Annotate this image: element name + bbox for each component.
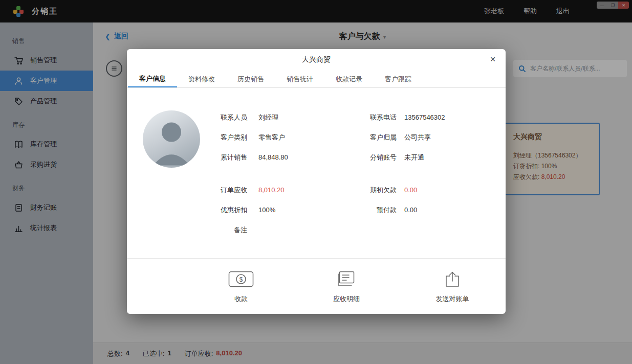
modal-header: 大兴商贸 ✕ [127, 49, 506, 71]
collect-payment-icon: $ [228, 271, 254, 287]
modal-body: 联系人员 刘经理 客户类别 零售客户 累计销售 84,848.80 订单应收 8… [127, 88, 506, 258]
action-label: 应收明细 [333, 294, 360, 304]
customer-detail-modal: 大兴商贸 ✕ 客户信息 资料修改 历史销售 销售统计 收款记录 客户跟踪 联系人… [127, 49, 506, 314]
modal-tabs: 客户信息 资料修改 历史销售 销售统计 收款记录 客户跟踪 [127, 71, 506, 88]
svg-text:$: $ [239, 276, 243, 283]
receivable-details-button[interactable]: 应收明细 [311, 271, 382, 304]
field-customer-ownership: 客户归属 公司共享 [351, 127, 445, 147]
tab-customer-follow-up[interactable]: 客户跟踪 [374, 71, 423, 87]
field-distribution-account: 分销账号 未开通 [351, 147, 445, 167]
modal-title: 大兴商贸 [302, 55, 331, 64]
receivable-details-icon [337, 271, 356, 287]
field-order-receivable: 订单应收 8,010.20 [201, 180, 288, 200]
field-remarks: 备注 [201, 220, 288, 240]
field-contact-person: 联系人员 刘经理 [201, 107, 288, 127]
customer-avatar [143, 110, 200, 168]
modal-close-icon[interactable]: ✕ [488, 54, 498, 64]
field-prepayment: 预付款 0.00 [351, 200, 445, 220]
send-statement-button[interactable]: 发送对账单 [417, 271, 488, 304]
tab-customer-info[interactable]: 客户信息 [128, 71, 177, 87]
action-label: 收款 [234, 294, 248, 304]
modal-footer: $ 收款 应收明细 发送对账单 [127, 258, 506, 314]
fields-right-column: 联系电话 13567546302 客户归属 公司共享 分销账号 未开通 期初欠款… [351, 107, 445, 220]
collect-payment-button[interactable]: $ 收款 [205, 271, 277, 304]
send-statement-icon [444, 271, 461, 287]
fields-left-column: 联系人员 刘经理 客户类别 零售客户 累计销售 84,848.80 订单应收 8… [201, 107, 288, 240]
app-window: 分销王 张老板 帮助 退出 — ❐ ✕ 销售 销售管理 客户管理 产品管理 [0, 0, 632, 364]
field-contact-phone: 联系电话 13567546302 [351, 107, 445, 127]
field-initial-debt: 期初欠款 0.00 [351, 180, 445, 200]
field-customer-type: 客户类别 零售客户 [201, 127, 288, 147]
tab-sales-statistics[interactable]: 销售统计 [275, 71, 324, 87]
field-cumulative-sales: 累计销售 84,848.80 [201, 147, 288, 167]
tab-edit-info[interactable]: 资料修改 [177, 71, 226, 87]
action-label: 发送对账单 [436, 294, 469, 304]
tab-sales-history[interactable]: 历史销售 [226, 71, 275, 87]
tab-payment-records[interactable]: 收款记录 [324, 71, 374, 87]
field-discount: 优惠折扣 100% [201, 200, 288, 220]
